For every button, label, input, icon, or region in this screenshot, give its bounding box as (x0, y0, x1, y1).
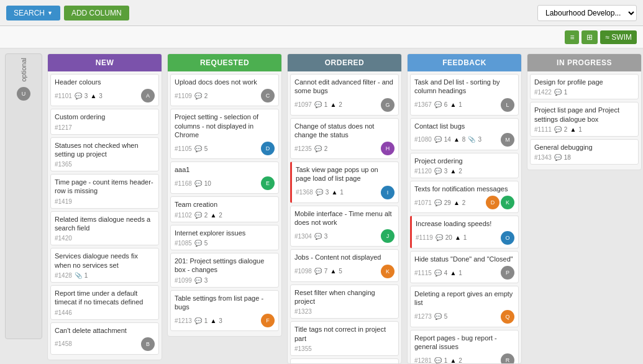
card-footer: #1213 💬 1 ▲ 3 F (175, 314, 275, 327)
card-1355[interactable]: Title tags not correct in project part #… (290, 321, 399, 356)
card-1097[interactable]: Cannot edit advanced filter - and some b… (290, 74, 399, 116)
card-footer: #1080 💬 14 ▲ 8 📎 3 M (414, 133, 514, 147)
card-1099[interactable]: 201: Project settings dialogue box - cha… (170, 253, 279, 288)
card-title: Deleting a report gives an empty list (414, 289, 514, 307)
card-num: #1071 (414, 199, 432, 206)
card-footer: #1235 💬 2 H (294, 142, 394, 155)
vote-icon: ▲ (210, 212, 216, 219)
card-1419[interactable]: Time page - count items header-row is mi… (50, 174, 159, 209)
comment-icon: 💬 (434, 357, 442, 363)
vote-icon: ▲ (210, 317, 216, 324)
card-1343[interactable]: General debugging #1343 💬 18 (530, 139, 639, 165)
comment-icon: 💬 (194, 180, 202, 187)
card-meta-left: #1168 💬 10 (175, 180, 211, 187)
comment-count: 10 (204, 180, 211, 187)
comment-count: 5 (204, 240, 208, 247)
card-1323[interactable]: Reset filter when changing project #1323 (290, 284, 399, 319)
card-footer: #1367 💬 6 ▲ 1 L (414, 98, 514, 112)
card-1111[interactable]: Project list page and Project settings d… (530, 102, 639, 137)
column-body-requested: Upload docs does not work #1109 💬 2 C Pr… (168, 71, 281, 336)
card-1458[interactable]: Can't delete attachment #1458 B (50, 322, 159, 355)
card-1109[interactable]: Upload docs does not work #1109 💬 2 C (170, 74, 279, 106)
comment-icon: 💬 (316, 189, 323, 196)
vote-icon: ▲ (450, 270, 456, 276)
project-dropdown[interactable]: Labourhood Develop... (537, 5, 637, 21)
card-title: Reset filter when changing project (294, 288, 394, 306)
card-meta-left: #1213 💬 1 ▲ 3 (175, 317, 222, 324)
card-1420[interactable]: Related items dialogue needs a search fi… (50, 211, 159, 246)
comment-icon: 💬 (434, 270, 442, 276)
card-meta-left: #1111 💬 2 ▲ 1 (534, 126, 582, 133)
avatar: F (261, 314, 275, 327)
card-footer: #1099 💬 3 (175, 277, 275, 284)
column-feedback: FEEDBACK Task and Del list - sorting by … (407, 53, 522, 364)
card-1304[interactable]: Mobile interface - Time menu alt does no… (290, 206, 399, 247)
card-1120[interactable]: Project ordering #1120 💬 3 ▲ 2 (410, 153, 519, 178)
card-1365[interactable]: Statuses not checked when setting up pro… (50, 137, 159, 172)
card-1098[interactable]: Jobs - Content not displayed #1098 💬 7 ▲… (290, 249, 399, 281)
vote-count: 2 (339, 101, 342, 108)
swim-view-button[interactable]: ≈ SWIM (600, 30, 637, 44)
card-footer: #1109 💬 2 C (175, 89, 275, 102)
card-num: #1428 (55, 272, 72, 279)
card-1235[interactable]: Change of status does not change the sta… (290, 118, 399, 160)
comment-icon: 💬 (314, 145, 322, 152)
card-1367[interactable]: Task and Del list - sorting by column he… (410, 74, 519, 116)
card-1213[interactable]: Table settings from list page - bugs #12… (170, 290, 279, 332)
card-meta-left: #1071 💬 29 ▲ 2 (414, 199, 465, 206)
card-1115[interactable]: Hide status "Done" and "Closed" #1115 💬 … (410, 251, 519, 283)
card-footer: #1419 (55, 198, 155, 205)
card-1102[interactable]: Team creation #1102 💬 2 ▲ 2 (170, 196, 279, 222)
card-meta-left: #1422 💬 1 (534, 89, 567, 96)
card-title: Title tags not correct in project part (294, 325, 394, 343)
grid-view-button[interactable]: ⊞ (581, 30, 598, 44)
card-1356[interactable]: PSDB fixes before launch #1356 💬 1 (290, 358, 399, 363)
comment-count: 2 (204, 212, 208, 219)
card-1422[interactable]: Design for profile page #1422 💬 1 (530, 74, 639, 99)
card-1446[interactable]: Report time under a default timecat if n… (50, 285, 159, 320)
card-1071[interactable]: Texts for notification messages #1071 💬 … (410, 181, 519, 213)
card-1273[interactable]: Deleting a report gives an empty list #1… (410, 286, 519, 327)
card-1428[interactable]: Services dialogue needs fix when no serv… (50, 248, 159, 283)
sub-toolbar: ≡ ⊞ ≈ SWIM (0, 26, 643, 48)
card-num: #1367 (414, 101, 432, 108)
card-1080[interactable]: Contact list bugs #1080 💬 14 ▲ 8 📎 3 M (410, 118, 519, 150)
card-num: #1080 (414, 136, 432, 143)
avatar: R (501, 353, 514, 363)
card-footer: #1428 📎 1 (55, 272, 155, 279)
main-toolbar: SEARCH ▼ ADD COLUMN Labourhood Develop..… (0, 0, 643, 26)
card-num: #1102 (175, 212, 192, 219)
card-title: Design for profile page (534, 78, 634, 86)
card-1119[interactable]: Increase loading speeds! #1119 💬 20 ▲ 1 … (410, 216, 519, 248)
card-1168[interactable]: aaa1 #1168 💬 10 E (170, 162, 279, 194)
card-meta-left: #1105 💬 5 (175, 145, 207, 152)
column-new: NEW Header colours #1101 💬 3 ▲ 3 A Custo… (47, 53, 162, 360)
card-title: Mobile interface - Time menu alt does no… (294, 209, 394, 227)
card-1217[interactable]: Custom ordering #1217 (50, 109, 159, 134)
card-meta-left: #1235 💬 2 (294, 145, 327, 152)
card-1101[interactable]: Header colours #1101 💬 3 ▲ 3 A (50, 74, 159, 106)
comment-count: 3 (84, 93, 88, 99)
comment-icon: 💬 (554, 89, 562, 96)
card-footer: #1420 (55, 235, 155, 242)
comment-count: 5 (444, 313, 448, 320)
kanban-board: optional U NEW Header colours #1101 💬 3 … (0, 48, 643, 364)
card-1105[interactable]: Project setting - selection of columns -… (170, 109, 279, 159)
optional-label: optional (20, 58, 27, 82)
card-1281[interactable]: Report pages - bug report - general issu… (410, 330, 519, 363)
comment-count: 3 (324, 233, 328, 240)
card-footer: #1217 (55, 124, 155, 131)
vote-count: 2 (219, 212, 222, 219)
attach-icon: 📎 (468, 136, 475, 143)
avatar: C (261, 89, 275, 102)
card-1368[interactable]: Task view page pops up on page load of l… (290, 162, 399, 203)
vote-icon: ▲ (330, 268, 336, 275)
card-1085[interactable]: Internet explorer issues #1085 💬 5 (170, 225, 279, 250)
search-button[interactable]: SEARCH ▼ (6, 6, 60, 20)
comment-count: 20 (445, 234, 452, 241)
list-view-button[interactable]: ≡ (565, 30, 579, 44)
comment-icon: 💬 (194, 212, 202, 219)
card-footer: #1281 💬 1 ▲ 2 R (414, 353, 514, 363)
avatar: L (501, 98, 514, 112)
add-column-button[interactable]: ADD COLUMN (64, 6, 129, 20)
